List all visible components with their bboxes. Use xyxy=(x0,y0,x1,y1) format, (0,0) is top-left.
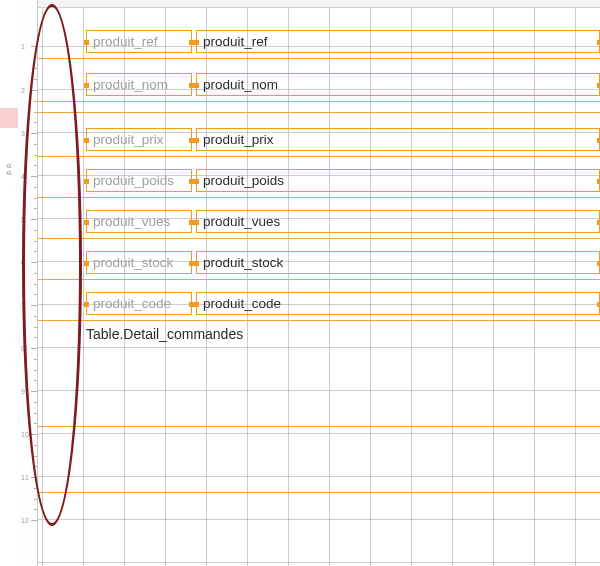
resize-handle[interactable] xyxy=(194,302,199,307)
ruler-tick-minor xyxy=(18,316,37,317)
ruler-tick-minor xyxy=(18,122,37,123)
field-value[interactable]: produit_ref xyxy=(196,30,600,53)
field-value[interactable]: produit_prix xyxy=(196,128,600,151)
ruler-number: 4 xyxy=(21,173,25,180)
field-label-text: produit_stock xyxy=(93,255,173,270)
field-label-text: produit_vues xyxy=(93,214,170,229)
field-label-text: produit_prix xyxy=(93,132,164,147)
ruler-tick-minor xyxy=(18,273,37,274)
field-value-text: produit_poids xyxy=(203,173,284,188)
field-label-text: produit_poids xyxy=(93,173,174,188)
field-label[interactable]: produit_ref xyxy=(86,30,192,53)
field-value-text: produit_vues xyxy=(203,214,280,229)
ruler-tick-minor xyxy=(18,509,37,510)
resize-handle[interactable] xyxy=(84,261,89,266)
field-label[interactable]: produit_code xyxy=(86,292,192,315)
selection-rule xyxy=(38,156,600,157)
ruler-number: 1 xyxy=(21,43,25,50)
ruler-tick-minor xyxy=(18,380,37,381)
ruler-number: 8 xyxy=(21,345,25,352)
ruler-number: 7 xyxy=(21,302,25,309)
field-label-text: produit_ref xyxy=(93,34,158,49)
field-label[interactable]: produit_nom xyxy=(86,73,192,96)
selection-rule xyxy=(38,112,600,113)
ruler-tick-minor xyxy=(18,251,37,252)
ruler-tick-minor xyxy=(18,68,37,69)
field-label[interactable]: produit_prix xyxy=(86,128,192,151)
ruler-tick-minor xyxy=(18,337,37,338)
field-label-text: produit_code xyxy=(93,296,171,311)
ruler-number: 11 xyxy=(21,474,29,481)
ruler-tick-minor xyxy=(18,241,37,242)
ruler-tick-minor xyxy=(18,423,37,424)
ruler-number: 9 xyxy=(21,388,25,395)
ruler-tick-minor xyxy=(18,284,37,285)
ruler-tick-minor xyxy=(18,445,37,446)
collapse-chevron-icon[interactable]: « « xyxy=(2,162,16,176)
field-value[interactable]: produit_nom xyxy=(196,73,600,96)
ruler-tick-minor xyxy=(18,294,37,295)
field-value-text: produit_code xyxy=(203,296,281,311)
selection-rule xyxy=(38,58,600,59)
ruler-number: 2 xyxy=(21,87,25,94)
resize-handle[interactable] xyxy=(84,302,89,307)
field-label[interactable]: produit_vues xyxy=(86,210,192,233)
selection-rule xyxy=(38,320,600,321)
field-label[interactable]: produit_stock xyxy=(86,251,192,274)
resize-handle[interactable] xyxy=(194,40,199,45)
field-value[interactable]: produit_vues xyxy=(196,210,600,233)
selection-rule xyxy=(38,279,600,280)
gutter: « « xyxy=(0,0,18,566)
ruler-number: 3 xyxy=(21,130,25,137)
resize-handle[interactable] xyxy=(84,83,89,88)
ruler-tick-minor xyxy=(18,488,37,489)
ruler-number: 10 xyxy=(21,431,29,438)
ruler-tick-minor xyxy=(18,57,37,58)
field-value-text: produit_prix xyxy=(203,132,274,147)
ruler-tick-minor xyxy=(18,112,37,113)
selection-rule xyxy=(38,426,600,427)
field-label[interactable]: produit_poids xyxy=(86,169,192,192)
ruler-tick-minor xyxy=(18,402,37,403)
selection-rule xyxy=(38,238,600,239)
ruler-tick-minor xyxy=(18,370,37,371)
design-canvas[interactable]: produit_refproduit_refproduit_nomproduit… xyxy=(38,0,600,566)
ruler-tick-minor xyxy=(18,144,37,145)
selection-rule xyxy=(38,101,600,102)
subtable-caption[interactable]: Table.Detail_commandes xyxy=(86,326,243,342)
ruler-tick-minor xyxy=(18,208,37,209)
ruler-tick-minor xyxy=(18,359,37,360)
ruler-tick-minor xyxy=(18,187,37,188)
ruler-tick-minor xyxy=(18,155,37,156)
resize-handle[interactable] xyxy=(194,83,199,88)
field-value-text: produit_ref xyxy=(203,34,268,49)
field-label-text: produit_nom xyxy=(93,77,168,92)
ruler-tick-minor xyxy=(18,327,37,328)
field-value-text: produit_nom xyxy=(203,77,278,92)
ruler-tick-minor xyxy=(18,165,37,166)
ruler-tick-minor xyxy=(18,413,37,414)
resize-handle[interactable] xyxy=(194,179,199,184)
ruler-tick-minor xyxy=(18,499,37,500)
field-value[interactable]: produit_stock xyxy=(196,251,600,274)
resize-handle[interactable] xyxy=(194,138,199,143)
field-value[interactable]: produit_poids xyxy=(196,169,600,192)
ruler-number: 5 xyxy=(21,216,25,223)
ruler-tick-minor xyxy=(18,230,37,231)
selection-rule xyxy=(38,492,600,493)
field-value[interactable]: produit_code xyxy=(196,292,600,315)
vertical-ruler[interactable]: 123456789101112 xyxy=(18,0,38,566)
resize-handle[interactable] xyxy=(194,261,199,266)
ruler-tick-minor xyxy=(18,79,37,80)
field-value-text: produit_stock xyxy=(203,255,283,270)
resize-handle[interactable] xyxy=(84,220,89,225)
ruler-tick-minor xyxy=(18,466,37,467)
ruler-number: 6 xyxy=(21,259,25,266)
resize-handle[interactable] xyxy=(194,220,199,225)
section-header-bar xyxy=(38,0,600,8)
resize-handle[interactable] xyxy=(84,138,89,143)
resize-handle[interactable] xyxy=(84,40,89,45)
resize-handle[interactable] xyxy=(84,179,89,184)
ruler-number: 12 xyxy=(21,517,29,524)
selection-rule xyxy=(38,197,600,198)
